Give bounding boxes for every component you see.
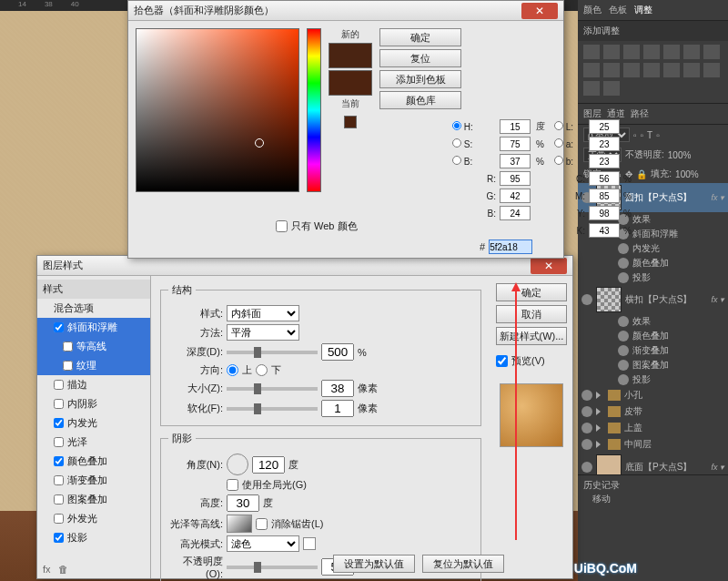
layer-folder[interactable]: 皮带 [578,403,728,420]
bv-radio[interactable] [452,156,461,165]
visibility-icon[interactable] [618,272,629,283]
style-checkbox[interactable] [54,437,64,447]
h-radio[interactable] [452,121,461,130]
m-input[interactable] [589,189,620,203]
c-input[interactable] [589,171,620,186]
style-item[interactable]: 光泽 [37,433,150,452]
tab-layers[interactable]: 图层 [583,107,602,120]
adj-icon[interactable] [663,63,680,77]
layer-effect-item[interactable]: 渐变叠加 [578,343,728,358]
adj-icon[interactable] [683,63,700,77]
bc-input[interactable] [500,206,531,220]
adj-icon[interactable] [583,63,600,77]
reset-default-button[interactable]: 复位为默认值 [422,555,504,573]
a-input[interactable] [589,137,620,151]
altitude-input[interactable] [227,494,259,512]
tab-adjustments[interactable]: 调整 [634,4,652,16]
h-input[interactable] [500,119,531,134]
adj-icon[interactable] [703,63,720,77]
opacity-value[interactable]: 100% [668,150,692,160]
hue-slider[interactable] [307,28,321,192]
style-checkbox[interactable] [54,322,64,332]
highlight-color-swatch[interactable] [303,537,316,550]
style-checkbox[interactable] [54,456,64,466]
visibility-icon[interactable] [581,390,592,401]
global-light-checkbox[interactable] [227,479,238,491]
add-swatch-button[interactable]: 添加到色板 [379,70,461,88]
color-lib-button[interactable]: 颜色库 [379,91,461,109]
depth-slider[interactable] [227,351,318,354]
web-only-checkbox[interactable] [276,220,288,232]
highlight-mode-select[interactable]: 滤色 [227,535,299,552]
layer-folder[interactable]: 小孔 [578,387,728,403]
adj-icon[interactable] [663,45,680,59]
preview-checkbox[interactable] [496,355,508,367]
new-style-button[interactable]: 新建样式(W)... [496,327,567,345]
angle-input[interactable] [252,456,285,474]
close-icon[interactable]: ✕ [521,3,558,19]
visibility-icon[interactable] [618,331,629,341]
fx-icon[interactable]: fx [43,564,51,575]
layer-row[interactable]: 横扣【P大点S】fx ▾ [578,285,728,314]
adj-icon[interactable] [643,45,660,59]
visibility-icon[interactable] [618,374,629,385]
style-checkbox[interactable] [54,514,64,524]
adj-icon[interactable] [603,63,620,77]
l-input[interactable] [589,119,620,134]
style-checkbox[interactable] [54,418,64,428]
method-select[interactable]: 平滑 [227,324,299,341]
style-checkbox[interactable] [63,341,73,352]
visibility-icon[interactable] [581,406,592,417]
cancel-button[interactable]: 复位 [379,49,461,67]
l-radio[interactable] [554,121,563,130]
fill-value[interactable]: 100% [675,169,699,179]
disclosure-icon[interactable] [596,408,604,415]
layer-effect-item[interactable]: 投影 [578,270,728,285]
trash-icon[interactable]: 🗑 [58,564,68,575]
b-input[interactable] [589,154,620,168]
disclosure-icon[interactable] [596,392,604,399]
lstyle-titlebar[interactable]: 图层样式 ✕ [37,256,572,276]
tab-paths[interactable]: 路径 [631,107,649,120]
layer-effect-item[interactable]: 投影 [578,372,728,387]
layer-effect-item[interactable]: 颜色叠加 [578,256,728,270]
visibility-icon[interactable] [581,462,592,473]
adj-icon[interactable] [683,45,700,59]
style-item[interactable]: 斜面和浮雕 [37,318,150,337]
adj-icon[interactable] [603,45,620,59]
layer-effect-item[interactable]: 图案叠加 [578,358,728,372]
layer-effect-item[interactable]: 颜色叠加 [578,329,728,343]
style-checkbox[interactable] [63,361,73,371]
g-input[interactable] [500,189,531,203]
adj-icon[interactable] [583,45,600,59]
style-item[interactable]: 外发光 [37,509,150,528]
layer-folder[interactable]: 中间层 [578,436,728,453]
close-icon[interactable]: ✕ [531,258,567,274]
set-default-button[interactable]: 设置为默认值 [333,555,415,573]
style-item[interactable]: 内阴影 [37,394,150,413]
warning-swatch[interactable] [344,116,357,128]
tab-channels[interactable]: 通道 [607,107,625,120]
visibility-icon[interactable] [581,439,592,450]
k-input[interactable] [589,223,620,238]
filter-icon[interactable]: T [647,130,652,140]
dir-down-radio[interactable] [256,364,268,376]
adj-icon[interactable] [643,63,660,77]
disclosure-icon[interactable] [596,424,604,432]
style-item[interactable]: 图案叠加 [37,490,150,509]
tab-history[interactable]: 历史记录 [583,479,723,492]
adj-icon[interactable] [703,45,720,59]
style-checkbox[interactable] [54,494,64,505]
style-item[interactable]: 投影 [37,528,150,547]
soften-input[interactable] [321,400,354,417]
layer-folder[interactable]: 上盖 [578,420,728,436]
visibility-icon[interactable] [618,316,629,327]
visibility-icon[interactable] [581,423,592,433]
style-item[interactable]: 纹理 [37,356,150,375]
b-radio[interactable] [554,156,563,165]
filter-icon[interactable]: ▫ [641,130,644,140]
layer-thumb[interactable] [596,287,622,312]
blend-options-item[interactable]: 混合选项 [37,299,150,318]
angle-dial-icon[interactable] [227,454,248,475]
y-input[interactable] [589,206,620,220]
